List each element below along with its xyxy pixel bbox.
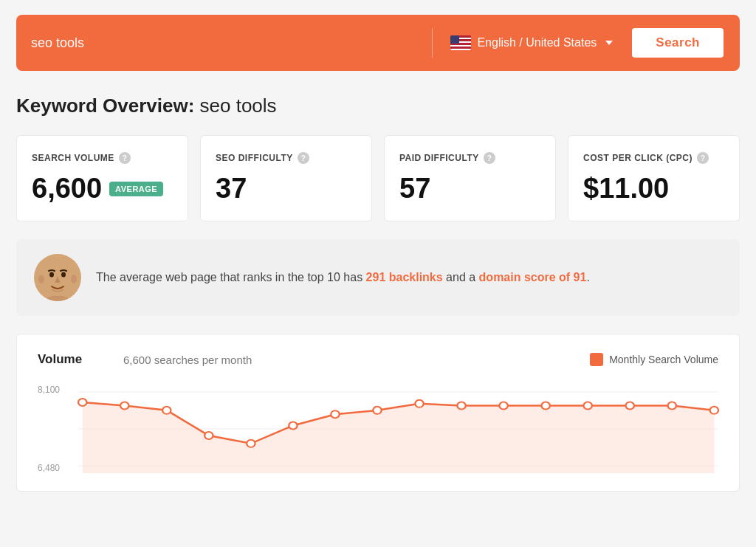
chart-svg	[78, 385, 718, 473]
search-input[interactable]	[31, 31, 423, 55]
metric-card-paid-difficulty: PAID DIFFICULTY ? 57	[384, 135, 556, 221]
metric-number-paid-difficulty: 57	[399, 173, 430, 204]
chevron-down-icon	[605, 41, 613, 45]
metric-value-cpc: $11.00	[583, 173, 724, 204]
svg-point-9	[78, 399, 86, 406]
chart-title: Volume	[38, 352, 111, 367]
y-label-low: 6,480	[38, 463, 75, 473]
avatar	[34, 254, 81, 301]
metric-label-row-paid: PAID DIFFICULTY ?	[399, 152, 540, 164]
info-icon-cpc[interactable]: ?	[697, 152, 709, 164]
main-container: English / United States Search Keyword O…	[16, 15, 740, 492]
search-bar: English / United States Search	[16, 15, 740, 71]
search-button[interactable]: Search	[630, 27, 725, 59]
svg-point-11	[162, 407, 171, 414]
info-icon-search-volume[interactable]: ?	[119, 152, 131, 164]
avatar-svg	[34, 254, 81, 301]
y-labels: 8,100 6,480	[38, 385, 75, 473]
svg-point-4	[49, 272, 54, 278]
search-input-wrapper[interactable]	[31, 31, 423, 55]
legend-color-box	[590, 353, 603, 366]
legend-label: Monthly Search Volume	[609, 354, 718, 365]
metric-number-search-volume: 6,600	[32, 173, 102, 204]
svg-point-3	[71, 275, 77, 283]
metric-card-seo-difficulty: SEO DIFFICULTY ? 37	[200, 135, 372, 221]
search-divider	[432, 28, 433, 58]
svg-point-18	[457, 402, 465, 410]
svg-point-15	[331, 410, 339, 418]
metric-label-row-cpc: COST PER CLICK (CPC) ?	[583, 152, 724, 164]
metric-label-cpc: COST PER CLICK (CPC)	[583, 153, 693, 163]
chart-subtitle: 6,600 searches per month	[123, 354, 590, 366]
chart-legend: Monthly Search Volume	[590, 353, 718, 366]
info-icon-paid-difficulty[interactable]: ?	[484, 152, 495, 164]
svg-point-5	[61, 272, 66, 278]
page-title-bold: Keyword Overview:	[16, 94, 194, 117]
metric-number-seo-difficulty: 37	[216, 173, 247, 204]
svg-point-24	[710, 407, 718, 414]
svg-point-10	[120, 402, 128, 410]
language-label: English / United States	[477, 36, 597, 49]
svg-point-19	[499, 402, 507, 410]
metric-card-search-volume: SEARCH VOLUME ? 6,600 AVERAGE	[16, 135, 188, 221]
svg-point-23	[668, 402, 676, 410]
svg-point-0	[43, 295, 72, 301]
page-title-keyword: seo tools	[200, 94, 277, 117]
svg-point-22	[626, 402, 634, 410]
svg-point-13	[247, 440, 255, 447]
svg-point-20	[541, 402, 549, 410]
insight-domain-score: domain score of 91	[479, 271, 587, 283]
insight-text: The average web page that ranks in the t…	[96, 268, 590, 287]
insight-text-after: .	[586, 271, 589, 283]
average-badge: AVERAGE	[109, 182, 163, 196]
metrics-grid: SEARCH VOLUME ? 6,600 AVERAGE SEO DIFFIC…	[16, 135, 740, 221]
metric-label-search-volume: SEARCH VOLUME	[32, 153, 114, 163]
chart-card: Volume 6,600 searches per month Monthly …	[16, 334, 740, 492]
metric-number-cpc: $11.00	[583, 173, 669, 204]
insight-box: The average web page that ranks in the t…	[16, 239, 740, 316]
info-icon-seo-difficulty[interactable]: ?	[298, 152, 309, 164]
metric-value-search-volume: 6,600 AVERAGE	[32, 173, 173, 204]
language-selector[interactable]: English / United States	[441, 30, 622, 56]
metric-label-row-seo: SEO DIFFICULTY ?	[216, 152, 357, 164]
metric-value-seo-difficulty: 37	[216, 173, 357, 204]
metric-label-row: SEARCH VOLUME ?	[32, 152, 173, 164]
svg-point-12	[205, 432, 213, 439]
chart-header: Volume 6,600 searches per month Monthly …	[38, 352, 718, 367]
metric-card-cpc: COST PER CLICK (CPC) ? $11.00	[568, 135, 740, 221]
y-label-high: 8,100	[38, 385, 75, 395]
svg-point-17	[415, 400, 423, 407]
svg-point-21	[583, 402, 591, 410]
svg-point-2	[38, 275, 44, 283]
insight-backlinks: 291 backlinks	[366, 271, 443, 283]
svg-point-14	[289, 422, 297, 430]
chart-area: 8,100 6,480	[38, 385, 718, 473]
metric-value-paid-difficulty: 57	[399, 173, 540, 204]
metric-label-paid-difficulty: PAID DIFFICULTY	[399, 153, 479, 163]
insight-text-middle: and a	[443, 271, 479, 283]
flag-icon	[450, 35, 471, 50]
metric-label-seo-difficulty: SEO DIFFICULTY	[216, 153, 293, 163]
svg-point-16	[373, 407, 381, 414]
insight-text-before: The average web page that ranks in the t…	[96, 271, 366, 283]
page-title: Keyword Overview: seo tools	[16, 94, 740, 117]
chart-svg-wrapper	[78, 385, 718, 476]
